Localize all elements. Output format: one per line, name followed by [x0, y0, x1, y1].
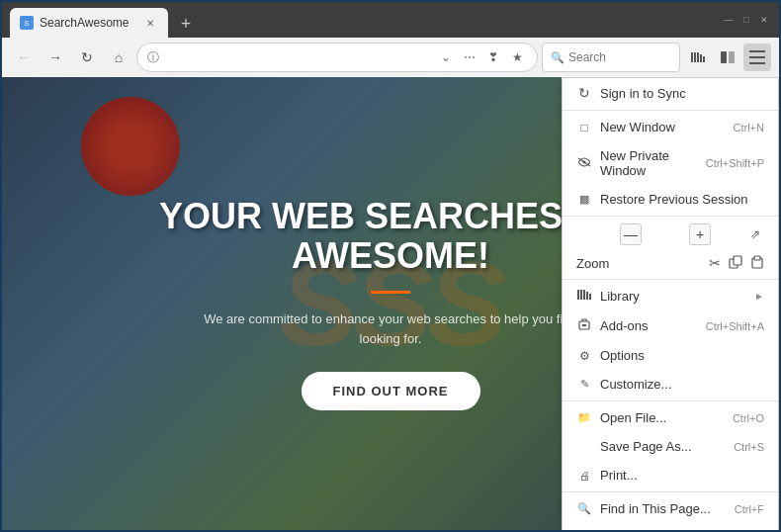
- restore-icon: ▩: [576, 193, 592, 206]
- svg-rect-7: [749, 50, 765, 52]
- edit-icons: ✂: [709, 255, 764, 272]
- library-menu-icon: [576, 289, 592, 304]
- maximize-button[interactable]: □: [739, 13, 753, 27]
- divider-3: [563, 279, 778, 280]
- zoom-expand-icon[interactable]: ⇗: [746, 225, 764, 243]
- zoom-plus-button[interactable]: +: [689, 223, 711, 245]
- addons-label: Add-ons: [600, 318, 698, 333]
- paste-icon[interactable]: [750, 255, 764, 272]
- divider-5: [563, 491, 778, 492]
- close-button[interactable]: ✕: [757, 13, 771, 27]
- zoom-minus-button[interactable]: —: [620, 223, 642, 245]
- menu-item-restore[interactable]: ▩ Restore Previous Session: [563, 185, 778, 214]
- content-area: SSS YOUR WEB SEARCHES BE AWESOME! We are…: [2, 77, 779, 530]
- menu-item-open-file[interactable]: 📁 Open File... Ctrl+O: [563, 403, 778, 432]
- new-private-shortcut: Ctrl+Shift+P: [706, 157, 764, 169]
- menu-item-more[interactable]: More ►: [563, 523, 778, 530]
- save-page-label: Save Page As...: [600, 439, 726, 454]
- sync-icon[interactable]: [714, 44, 741, 71]
- menu-item-new-window[interactable]: □ New Window Ctrl+N: [563, 113, 778, 141]
- customize-icon: ✎: [576, 378, 592, 391]
- menu-button[interactable]: [743, 44, 771, 71]
- home-button[interactable]: ⌂: [105, 44, 132, 71]
- addons-icon: [576, 317, 592, 334]
- new-window-label: New Window: [600, 120, 726, 134]
- menu-item-new-private[interactable]: New Private Window Ctrl+Shift+P: [563, 141, 778, 185]
- edit-row: Zoom ✂: [563, 250, 778, 277]
- cta-button[interactable]: FIND OUT MORE: [302, 372, 480, 410]
- library-label: Library: [600, 289, 746, 304]
- find-icon: 🔍: [576, 502, 592, 515]
- browser-window: S SearchAwesome ✕ + — □ ✕ ← → ↻ ⌂ ⓘ ⌄ ⋯ …: [0, 0, 781, 532]
- options-icon: ⚙: [576, 349, 592, 363]
- address-shield-icon[interactable]: ❣: [483, 47, 503, 67]
- sign-in-label: Sign in to Sync: [600, 86, 764, 101]
- svg-rect-19: [586, 292, 588, 300]
- address-bar[interactable]: ⓘ ⌄ ⋯ ❣ ★: [136, 43, 538, 72]
- menu-item-customize[interactable]: ✎ Customize...: [563, 370, 778, 399]
- forward-button[interactable]: →: [42, 44, 69, 71]
- copy-icon[interactable]: [729, 255, 742, 272]
- divider-1: [563, 110, 778, 111]
- address-more-icon[interactable]: ⋯: [460, 47, 479, 67]
- minimize-button[interactable]: —: [722, 13, 736, 27]
- toolbar-icons: [684, 44, 771, 71]
- svg-rect-20: [589, 294, 591, 300]
- address-dropdown-icon[interactable]: ⌄: [436, 47, 456, 67]
- library-icon[interactable]: [684, 44, 712, 71]
- restore-label: Restore Previous Session: [600, 192, 764, 207]
- svg-rect-1: [694, 52, 696, 62]
- menu-item-sign-in[interactable]: ↻ Sign in to Sync: [563, 78, 778, 108]
- address-info-icon: ⓘ: [147, 49, 159, 66]
- search-input[interactable]: [568, 50, 657, 64]
- title-underline: [371, 291, 410, 294]
- svg-rect-9: [749, 62, 765, 64]
- options-label: Options: [600, 348, 764, 363]
- cut-icon[interactable]: ✂: [709, 255, 721, 272]
- menu-item-print[interactable]: 🖨 Print...: [563, 461, 778, 489]
- active-tab[interactable]: S SearchAwesome ✕: [10, 8, 168, 38]
- window-controls: — □ ✕: [722, 13, 771, 27]
- title-bar: S SearchAwesome ✕ + — □ ✕: [2, 2, 779, 38]
- find-label: Find in This Page...: [600, 501, 727, 516]
- address-star-icon[interactable]: ★: [507, 47, 527, 67]
- menu-item-save-page[interactable]: Save Page As... Ctrl+S: [563, 432, 778, 461]
- private-window-icon: [576, 156, 592, 170]
- search-icon: 🔍: [551, 51, 564, 64]
- back-button[interactable]: ←: [10, 44, 38, 71]
- svg-rect-2: [697, 52, 699, 62]
- search-box[interactable]: 🔍: [542, 43, 680, 72]
- svg-rect-0: [691, 52, 693, 62]
- nav-bar: ← → ↻ ⌂ ⓘ ⌄ ⋯ ❣ ★ 🔍: [2, 38, 779, 77]
- address-input[interactable]: [165, 50, 430, 64]
- address-icons: ⌄ ⋯ ❣ ★: [436, 47, 527, 67]
- menu-item-library[interactable]: Library ►: [563, 282, 778, 310]
- tab-title: SearchAwesome: [40, 16, 130, 30]
- tab-close-button[interactable]: ✕: [142, 15, 158, 31]
- addons-shortcut: Ctrl+Shift+A: [706, 320, 764, 332]
- save-page-shortcut: Ctrl+S: [734, 441, 764, 453]
- new-tab-button[interactable]: +: [172, 10, 200, 38]
- svg-rect-22: [582, 324, 586, 326]
- sync-menu-icon: ↻: [576, 85, 592, 101]
- svg-rect-3: [700, 54, 702, 62]
- svg-rect-8: [749, 56, 765, 58]
- menu-item-addons[interactable]: Add-ons Ctrl+Shift+A: [563, 310, 778, 341]
- svg-rect-6: [729, 51, 735, 63]
- print-icon: 🖨: [576, 470, 592, 482]
- reload-button[interactable]: ↻: [73, 44, 101, 71]
- svg-rect-4: [703, 56, 705, 62]
- zoom-row: — + ⇗: [563, 219, 778, 250]
- svg-rect-5: [721, 51, 727, 63]
- tab-favicon: S: [20, 16, 34, 30]
- menu-item-options[interactable]: ⚙ Options: [563, 341, 778, 370]
- tab-area: S SearchAwesome ✕ +: [10, 2, 718, 38]
- open-file-label: Open File...: [600, 410, 725, 425]
- svg-rect-17: [580, 290, 582, 300]
- print-label: Print...: [600, 468, 764, 483]
- svg-rect-15: [754, 256, 760, 260]
- dropdown-menu: ↻ Sign in to Sync □ New Window Ctrl+N: [562, 77, 779, 530]
- library-arrow-icon: ►: [754, 291, 764, 302]
- menu-item-find[interactable]: 🔍 Find in This Page... Ctrl+F: [563, 494, 778, 523]
- customize-label: Customize...: [600, 377, 764, 392]
